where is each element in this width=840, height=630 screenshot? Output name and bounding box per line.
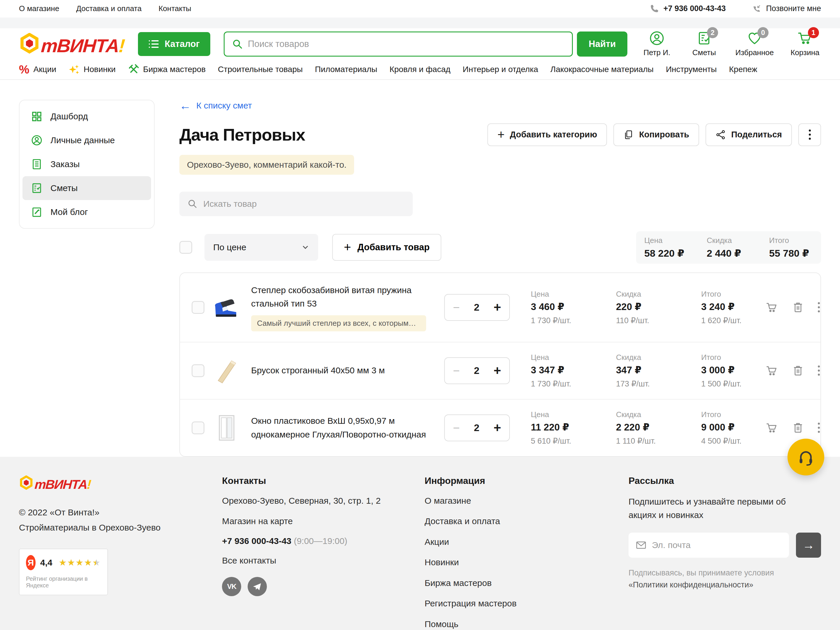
search-submit-button[interactable]: Найти <box>577 32 627 57</box>
sparkles-icon <box>68 64 80 75</box>
nav-item-tools[interactable]: Инструменты <box>666 65 717 74</box>
footer-map-link[interactable]: Магазин на карте <box>222 515 425 527</box>
quantity-stepper[interactable]: 2 <box>444 357 510 384</box>
product-name[interactable]: Брусок строганный 40х50 мм 3 м <box>251 364 432 377</box>
kebab-icon <box>809 129 811 140</box>
quantity-stepper[interactable]: 2 <box>444 414 510 441</box>
telegram-icon[interactable] <box>248 577 267 596</box>
sidebar-item-orders[interactable]: Заказы <box>22 152 151 176</box>
search-input[interactable] <box>248 39 565 49</box>
user-icon <box>649 31 665 46</box>
nav-item-new[interactable]: Новинки <box>68 64 116 75</box>
product-name[interactable]: Степлер скобозабивной витая пружина стал… <box>251 284 432 311</box>
minus-icon[interactable] <box>453 365 459 377</box>
trash-icon[interactable] <box>792 364 804 377</box>
email-input[interactable] <box>652 540 782 550</box>
share-button[interactable]: Поделиться <box>706 123 792 146</box>
row-kebab-icon[interactable] <box>818 365 820 376</box>
add-to-cart-icon[interactable] <box>765 422 778 434</box>
topbar-callback[interactable]: Позвоните мне <box>752 4 821 13</box>
minus-icon[interactable] <box>453 302 459 313</box>
select-all-checkbox[interactable] <box>179 241 192 254</box>
copy-icon <box>623 129 634 140</box>
footer-logo[interactable]: тВИНТА! <box>19 475 222 491</box>
sidebar-item-personal[interactable]: Личные данные <box>22 128 151 152</box>
logo-screw-icon <box>19 475 33 491</box>
row-kebab-icon[interactable] <box>818 423 820 433</box>
product-search-input[interactable] <box>203 199 404 209</box>
account-favorites[interactable]: 0 Избранное <box>735 31 774 57</box>
store-logo[interactable]: тВИНТА! <box>19 33 125 55</box>
account-user[interactable]: Петр И. <box>641 31 673 57</box>
sidebar-item-dashboard[interactable]: Дашборд <box>22 104 151 128</box>
topbar-phone[interactable]: +7 936 000-43-43 <box>649 4 726 13</box>
nav-item-construction[interactable]: Строительные товары <box>218 65 303 74</box>
trash-icon[interactable] <box>792 422 804 434</box>
product-info: Окно пластиковое ВхШ 0,95х0,97 м однокам… <box>251 414 432 441</box>
header-search: Найти <box>224 32 628 57</box>
yandex-rating-card[interactable]: Я 4,4 Рейтинг организации в Яндексе <box>19 549 108 595</box>
footer-newsletter-column: Рассылка Подпишитесь и узнавайте первыми… <box>628 475 821 630</box>
add-product-button[interactable]: Добавить товар <box>332 234 441 261</box>
topbar-link-contacts[interactable]: Контакты <box>158 4 191 13</box>
copy-button[interactable]: Копировать <box>613 123 699 146</box>
privacy-policy-link[interactable]: «Политики конфиденциальности» <box>628 580 753 589</box>
more-actions-button[interactable] <box>798 123 821 146</box>
add-to-cart-icon[interactable] <box>765 301 778 314</box>
footer-brand-column: тВИНТА! © 2022 «От Винта!» Стройматериал… <box>19 475 222 630</box>
row-kebab-icon[interactable] <box>818 302 820 313</box>
footer-link-about[interactable]: О магазине <box>425 495 628 507</box>
topbar-phone-number[interactable]: +7 936 000-43-43 <box>663 4 726 13</box>
footer-link-master-reg[interactable]: Регистрация мастеров <box>425 598 628 609</box>
product-row: Степлер скобозабивной витая пружина стал… <box>180 273 821 342</box>
nav-item-interior[interactable]: Интерьер и отделка <box>463 65 538 74</box>
vk-icon[interactable] <box>222 577 241 596</box>
plus-icon[interactable] <box>494 364 501 377</box>
product-search-box[interactable] <box>179 192 413 216</box>
back-to-estimates-link[interactable]: К списку смет <box>179 100 252 112</box>
nav-item-fasteners[interactable]: Крепеж <box>729 65 758 74</box>
footer-link-masters[interactable]: Биржа мастеров <box>425 577 628 589</box>
product-checkbox[interactable] <box>192 364 204 377</box>
minus-icon[interactable] <box>453 422 459 434</box>
plus-icon <box>497 129 505 141</box>
nav-item-promotions[interactable]: Акции <box>19 63 56 75</box>
product-checkbox[interactable] <box>192 422 204 434</box>
plus-icon[interactable] <box>494 301 501 314</box>
nav-item-masters[interactable]: Биржа мастеров <box>128 64 206 75</box>
sidebar-item-blog[interactable]: Мой блог <box>22 200 151 224</box>
product-name[interactable]: Окно пластиковое ВхШ 0,95х0,97 м однокам… <box>251 414 432 441</box>
sidebar-item-estimates[interactable]: Сметы <box>22 176 151 200</box>
sort-select[interactable]: По цене <box>204 234 318 261</box>
newsletter-submit-button[interactable] <box>796 532 821 558</box>
footer-all-contacts-link[interactable]: Все контакты <box>222 555 425 567</box>
footer-link-help[interactable]: Помощь <box>425 618 628 630</box>
topbar-link-delivery[interactable]: Доставка и оплата <box>76 4 142 13</box>
nav-item-paint[interactable]: Лакокрасочные материалы <box>550 65 654 74</box>
search-box[interactable] <box>224 32 573 57</box>
account-estimates[interactable]: 2 Сметы <box>688 31 720 57</box>
footer-link-delivery[interactable]: Доставка и оплата <box>425 515 628 527</box>
product-checkbox[interactable] <box>192 301 204 314</box>
topbar-link-about[interactable]: О магазине <box>19 4 59 13</box>
account-user-label: Петр И. <box>643 48 670 57</box>
footer-phone[interactable]: +7 936 000-43-43 (9:00—19:00) <box>222 536 425 546</box>
plus-icon[interactable] <box>494 422 501 434</box>
account-cart[interactable]: 1 Корзина <box>789 31 821 57</box>
footer-link-promos[interactable]: Акции <box>425 536 628 548</box>
arrow-left-icon <box>179 100 191 112</box>
nav-item-lumber[interactable]: Пиломатериалы <box>315 65 377 74</box>
footer-link-new[interactable]: Новинки <box>425 556 628 568</box>
email-field[interactable] <box>628 532 789 558</box>
newsletter-form <box>628 532 821 558</box>
add-category-button[interactable]: Добавить категорию <box>487 123 607 146</box>
trash-icon[interactable] <box>792 301 804 314</box>
phone-incoming-icon <box>752 4 761 13</box>
quantity-stepper[interactable]: 2 <box>444 294 510 321</box>
support-chat-button[interactable] <box>788 439 824 475</box>
catalog-button[interactable]: Каталог <box>138 32 210 56</box>
category-nav: Акции Новинки Биржа мастеров Строительны… <box>0 60 840 80</box>
add-to-cart-icon[interactable] <box>765 364 778 377</box>
nav-item-roofing[interactable]: Кровля и фасад <box>389 65 450 74</box>
topbar-links: О магазине Доставка и оплата Контакты <box>19 4 191 13</box>
